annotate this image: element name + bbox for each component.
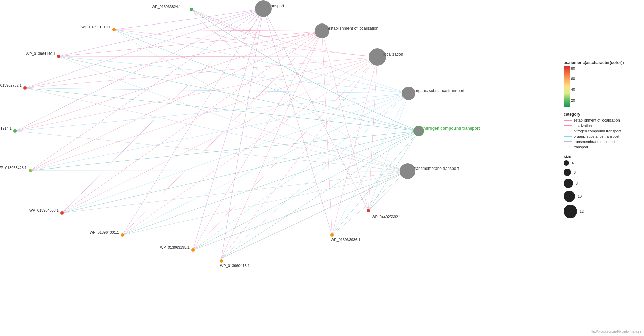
legend-item-transport: transport: [564, 145, 637, 149]
node-WP013961919: [112, 28, 116, 31]
category-legend: category establishment of localization l…: [564, 112, 637, 149]
color-legend-title: as.numeric(as.character(color)): [564, 60, 637, 65]
label-WP013963936: WP_013963936.1: [331, 238, 360, 242]
svg-rect-0: [0, 0, 644, 336]
node-localization: [369, 48, 386, 66]
label-WP013961914: WP_013961914.1: [0, 126, 12, 130]
label-WP013963195: WP_013963195.1: [160, 245, 190, 249]
gradient-label-20: 20: [571, 98, 575, 102]
category-legend-title: category: [564, 112, 637, 117]
label-nitrogen: nitrogen compound transport: [423, 126, 480, 131]
size-label-6: 6: [574, 170, 576, 174]
size-circle-4: [564, 160, 569, 166]
gradient-label-40: 40: [571, 87, 575, 91]
label-WP013964140: WP_013964140.1: [26, 52, 55, 56]
legend: as.numeric(as.character(color)) 80 60 40…: [564, 60, 637, 221]
node-organic: [402, 87, 415, 100]
legend-item-organic: organic substance transport: [564, 134, 637, 138]
legend-label-nitrogen: nitrogen compound transport: [574, 129, 621, 133]
node-WP013962762: [23, 86, 27, 90]
node-nitrogen: [414, 126, 424, 136]
legend-line-establishment: [564, 120, 572, 121]
size-circle-10: [564, 191, 575, 202]
legend-item-nitrogen: nitrogen compound transport: [564, 129, 637, 133]
node-transmembrane: [400, 163, 415, 179]
size-circle-6: [564, 169, 571, 176]
size-legend: size 4 6 8 10 12: [564, 154, 637, 218]
label-WP044025602: WP_044025602.1: [372, 215, 401, 219]
size-label-10: 10: [578, 194, 582, 198]
size-item-6: 6: [564, 169, 637, 176]
node-transport: [255, 0, 272, 17]
label-localization: localization: [383, 52, 403, 57]
legend-item-localization: localization: [564, 124, 637, 128]
node-WP013960413: [220, 259, 223, 263]
size-legend-title: size: [564, 154, 637, 159]
gradient-label-60: 60: [571, 77, 575, 81]
size-label-12: 12: [580, 209, 584, 213]
node-WP013961914: [13, 129, 17, 133]
node-WP013963824: [190, 8, 193, 11]
node-WP013963428: [29, 169, 32, 172]
legend-label-transport: transport: [574, 145, 588, 149]
label-transport: transport: [268, 4, 284, 8]
legend-item-establishment: establishment of localization: [564, 118, 637, 122]
node-WP013964008: [60, 211, 64, 215]
legend-line-nitrogen: [564, 131, 572, 131]
label-WP013962762: WP_013962762.1: [0, 83, 22, 87]
size-item-4: 4: [564, 160, 637, 166]
size-label-8: 8: [576, 181, 578, 185]
label-WP013964001: WP_013964001.1: [90, 230, 119, 234]
size-circle-8: [564, 179, 573, 188]
label-WP013961919: WP_013961919.1: [81, 25, 111, 29]
node-WP013963195: [191, 248, 195, 252]
size-item-8: 8: [564, 179, 637, 188]
label-transmembrane: transmembrane transport: [414, 166, 459, 171]
legend-label-localization: localization: [574, 124, 592, 128]
label-WP013963824: WP_013963824.1: [152, 5, 181, 9]
node-establishment: [315, 23, 329, 38]
legend-line-organic: [564, 136, 572, 137]
color-gradient: [564, 66, 570, 107]
legend-label-transmembrane: transmembrane transport: [574, 140, 615, 144]
legend-line-localization: [564, 125, 572, 126]
gradient-label-80: 80: [571, 66, 575, 70]
node-WP013964001: [121, 233, 124, 237]
node-WP013963936: [330, 233, 334, 237]
node-WP044025602: [367, 209, 370, 212]
legend-item-transmembrane: transmembrane transport: [564, 140, 637, 144]
size-item-10: 10: [564, 191, 637, 202]
watermark: http://blog.csdn.net/bioinformatics2: [589, 330, 641, 333]
network-graph: transport establishment of localization …: [0, 0, 644, 336]
legend-line-transmembrane: [564, 141, 572, 142]
label-organic: organic substance transport: [415, 88, 465, 93]
label-WP013960413: WP_013960413.1: [220, 263, 250, 268]
label-WP013964008: WP_013964008.1: [29, 208, 59, 212]
legend-label-organic: organic substance transport: [574, 134, 619, 138]
size-label-4: 4: [572, 161, 574, 165]
label-establishment: establishment of localization: [328, 26, 378, 31]
size-circle-12: [564, 205, 577, 218]
gradient-labels: 80 60 40 20: [571, 66, 581, 107]
node-WP013964140: [57, 55, 60, 58]
label-WP013963428: WP_013963428.1: [0, 166, 27, 170]
legend-label-establishment: establishment of localization: [574, 118, 620, 122]
legend-line-transport: [564, 147, 572, 147]
size-item-12: 12: [564, 205, 637, 218]
